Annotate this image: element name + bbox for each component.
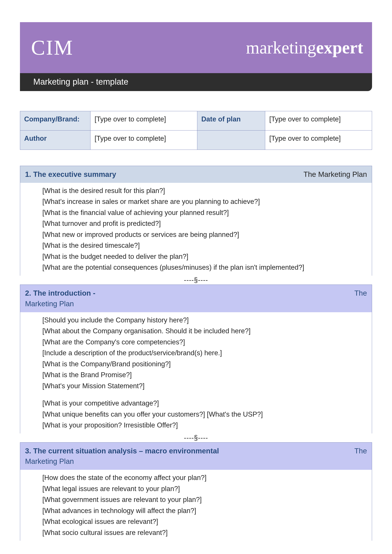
section-separator: ----§---- [20, 433, 372, 442]
date-label: Date of plan [197, 111, 265, 131]
company-label: Company/Brand: [20, 111, 91, 131]
list-item: [What advances in technology will affect… [42, 506, 367, 516]
logo: CIM [31, 35, 73, 60]
list-item: [How does the state of the economy affec… [42, 473, 367, 483]
section-body[interactable]: [Should you include the Company history … [20, 312, 372, 394]
section-right-label: The [354, 446, 367, 456]
author-label: Author [20, 131, 91, 150]
table-row: Company/Brand: [Type over to complete] D… [20, 111, 372, 131]
list-item: [What is your competitive advantage?] [42, 398, 367, 409]
list-item: [What ecological issues are relevant?] [42, 517, 367, 527]
header-banner: CIM marketingexpert [20, 22, 372, 73]
section-body[interactable]: [How does the state of the economy affec… [20, 470, 372, 541]
list-item: [What is the financial value of achievin… [42, 208, 367, 218]
company-value[interactable]: [Type over to complete] [91, 111, 197, 131]
list-item: [Include a description of the product/se… [42, 348, 367, 358]
list-item: [What is the Brand Promise?] [42, 370, 367, 380]
section-situation-analysis: 3. The current situation analysis – macr… [20, 442, 372, 541]
section-header: 1. The executive summary The Marketing P… [20, 166, 372, 183]
list-item: [What's your Mission Statement?] [42, 381, 367, 391]
section-header: 3. The current situation analysis – macr… [20, 443, 372, 470]
blank-value[interactable]: [Type over to complete] [265, 131, 372, 150]
list-item: [What new or improved products or servic… [42, 229, 367, 240]
section-title: 2. The introduction - [25, 289, 95, 297]
list-item: [What's increase in sales or market shar… [42, 197, 367, 207]
section-executive-summary: 1. The executive summary The Marketing P… [20, 166, 372, 276]
list-item: [What unique benefits can you offer your… [42, 409, 367, 420]
list-item: [Should you include the Company history … [42, 315, 367, 325]
brand-text: marketingexpert [246, 38, 363, 58]
section-separator: ----§---- [20, 276, 372, 284]
section-right-label: The Marketing Plan [303, 169, 367, 180]
list-item: [What is the desired result for this pla… [42, 186, 367, 196]
section-right-label: The [354, 288, 367, 298]
info-table: Company/Brand: [Type over to complete] D… [20, 111, 372, 150]
list-item: [What is the Company/Brand positioning?] [42, 359, 367, 369]
list-item: [What are the potential consequences (pl… [42, 262, 367, 273]
section-body[interactable]: [What is your competitive advantage?] [W… [20, 394, 372, 433]
list-item: [What is the desired timescale?] [42, 240, 367, 251]
list-item: [What is your proposition? Irresistible … [42, 420, 367, 430]
brand-bold: expert [316, 38, 363, 57]
document-title-bar: Marketing plan - template [20, 73, 372, 91]
section-introduction: 2. The introduction - The Marketing Plan… [20, 284, 372, 433]
list-item: [What about the Company organisation. Sh… [42, 326, 367, 336]
section-header: 2. The introduction - The Marketing Plan [20, 285, 372, 312]
section-body[interactable]: [What is the desired result for this pla… [20, 183, 372, 276]
table-row: Author [Type over to complete] [Type ove… [20, 131, 372, 150]
blank-label [197, 131, 265, 150]
list-item: [What government issues are relevant to … [42, 495, 367, 505]
list-item: [What legal issues are relevant to your … [42, 484, 367, 494]
author-value[interactable]: [Type over to complete] [91, 131, 197, 150]
section-subtitle: Marketing Plan [25, 457, 74, 465]
list-item: [What turnover and profit is predicted?] [42, 219, 367, 229]
section-subtitle: Marketing Plan [25, 300, 74, 308]
section-title: 3. The current situation analysis – macr… [25, 447, 219, 455]
brand-light: marketing [246, 38, 316, 57]
section-title: 1. The executive summary [25, 170, 116, 178]
list-item: [What socio cultural issues are relevant… [42, 528, 367, 538]
list-item: [What is the budget needed to deliver th… [42, 251, 367, 262]
date-value[interactable]: [Type over to complete] [265, 111, 372, 131]
list-item: [What are the Company's core competencie… [42, 337, 367, 347]
